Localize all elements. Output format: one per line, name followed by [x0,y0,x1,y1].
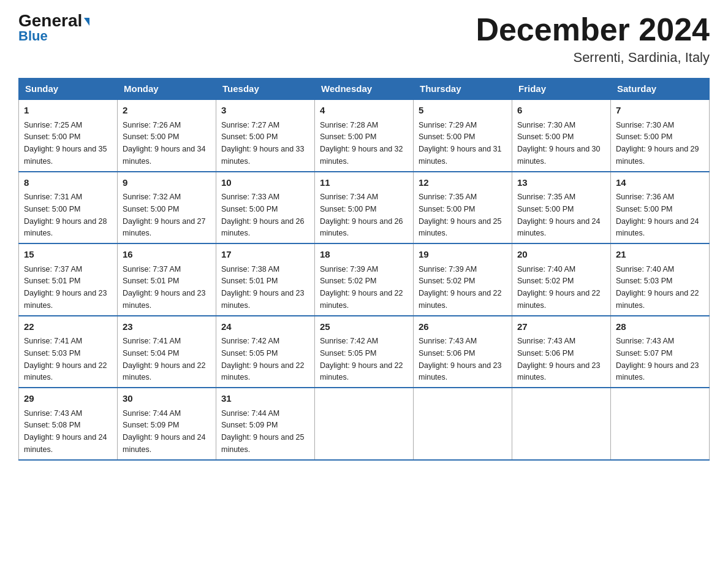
day-info: Sunrise: 7:41 AMSunset: 5:04 PMDaylight:… [123,337,206,381]
day-number: 16 [123,248,211,262]
table-row: 12 Sunrise: 7:35 AMSunset: 5:00 PMDaylig… [414,172,512,244]
month-title: December 2024 [476,12,710,47]
day-number: 13 [517,176,605,190]
day-number: 28 [616,320,704,334]
table-row: 1 Sunrise: 7:25 AMSunset: 5:00 PMDayligh… [19,99,118,172]
header-tuesday: Tuesday [216,79,315,100]
day-number: 19 [419,248,507,262]
table-row: 13 Sunrise: 7:35 AMSunset: 5:00 PMDaylig… [512,172,611,244]
calendar-header-row: Sunday Monday Tuesday Wednesday Thursday… [19,79,710,100]
calendar-week-row: 1 Sunrise: 7:25 AMSunset: 5:00 PMDayligh… [19,99,710,172]
table-row: 30 Sunrise: 7:44 AMSunset: 5:09 PMDaylig… [118,388,216,460]
day-info: Sunrise: 7:34 AMSunset: 5:00 PMDaylight:… [320,193,403,237]
day-number: 23 [123,320,211,334]
day-number: 27 [517,320,605,334]
day-number: 29 [24,392,112,406]
header-wednesday: Wednesday [315,79,414,100]
day-info: Sunrise: 7:43 AMSunset: 5:06 PMDaylight:… [517,337,601,381]
day-info: Sunrise: 7:35 AMSunset: 5:00 PMDaylight:… [419,193,502,237]
table-row: 17 Sunrise: 7:38 AMSunset: 5:01 PMDaylig… [216,243,315,316]
day-number: 2 [123,104,211,118]
day-number: 12 [419,176,507,190]
day-info: Sunrise: 7:28 AMSunset: 5:00 PMDaylight:… [320,121,403,166]
day-number: 31 [221,392,309,406]
day-number: 6 [517,104,605,118]
day-number: 25 [320,320,408,334]
day-number: 1 [24,104,112,118]
day-info: Sunrise: 7:38 AMSunset: 5:01 PMDaylight:… [221,265,305,310]
day-info: Sunrise: 7:32 AMSunset: 5:00 PMDaylight:… [123,193,206,237]
day-info: Sunrise: 7:41 AMSunset: 5:03 PMDaylight:… [24,337,107,381]
day-info: Sunrise: 7:33 AMSunset: 5:00 PMDaylight:… [221,193,305,237]
location: Serrenti, Sardinia, Italy [476,50,710,66]
header-thursday: Thursday [414,79,512,100]
table-row: 3 Sunrise: 7:27 AMSunset: 5:00 PMDayligh… [216,99,315,172]
day-info: Sunrise: 7:36 AMSunset: 5:00 PMDaylight:… [616,193,699,237]
table-row: 10 Sunrise: 7:33 AMSunset: 5:00 PMDaylig… [216,172,315,244]
table-row [512,388,611,460]
day-number: 30 [123,392,211,406]
table-row: 15 Sunrise: 7:37 AMSunset: 5:01 PMDaylig… [19,243,118,316]
table-row: 2 Sunrise: 7:26 AMSunset: 5:00 PMDayligh… [118,99,216,172]
day-info: Sunrise: 7:44 AMSunset: 5:09 PMDaylight:… [221,409,305,454]
day-number: 17 [221,248,309,262]
day-number: 24 [221,320,309,334]
day-number: 5 [419,104,507,118]
table-row: 24 Sunrise: 7:42 AMSunset: 5:05 PMDaylig… [216,316,315,388]
table-row: 22 Sunrise: 7:41 AMSunset: 5:03 PMDaylig… [19,316,118,388]
table-row: 9 Sunrise: 7:32 AMSunset: 5:00 PMDayligh… [118,172,216,244]
day-number: 22 [24,320,112,334]
header-friday: Friday [512,79,611,100]
day-info: Sunrise: 7:39 AMSunset: 5:02 PMDaylight:… [419,265,502,310]
day-info: Sunrise: 7:30 AMSunset: 5:00 PMDaylight:… [517,121,601,166]
day-info: Sunrise: 7:43 AMSunset: 5:08 PMDaylight:… [24,409,107,454]
day-info: Sunrise: 7:37 AMSunset: 5:01 PMDaylight:… [24,265,107,310]
day-info: Sunrise: 7:43 AMSunset: 5:06 PMDaylight:… [419,337,502,381]
day-info: Sunrise: 7:29 AMSunset: 5:00 PMDaylight:… [419,121,502,166]
header-saturday: Saturday [611,79,710,100]
calendar-week-row: 15 Sunrise: 7:37 AMSunset: 5:01 PMDaylig… [19,243,710,316]
table-row: 11 Sunrise: 7:34 AMSunset: 5:00 PMDaylig… [315,172,414,244]
table-row: 8 Sunrise: 7:31 AMSunset: 5:00 PMDayligh… [19,172,118,244]
calendar-week-row: 22 Sunrise: 7:41 AMSunset: 5:03 PMDaylig… [19,316,710,388]
calendar-table: Sunday Monday Tuesday Wednesday Thursday… [18,78,710,461]
table-row: 23 Sunrise: 7:41 AMSunset: 5:04 PMDaylig… [118,316,216,388]
day-number: 15 [24,248,112,262]
table-row: 29 Sunrise: 7:43 AMSunset: 5:08 PMDaylig… [19,388,118,460]
logo-general: General [18,12,89,29]
table-row: 4 Sunrise: 7:28 AMSunset: 5:00 PMDayligh… [315,99,414,172]
table-row: 28 Sunrise: 7:43 AMSunset: 5:07 PMDaylig… [611,316,710,388]
table-row: 5 Sunrise: 7:29 AMSunset: 5:00 PMDayligh… [414,99,512,172]
day-info: Sunrise: 7:42 AMSunset: 5:05 PMDaylight:… [320,337,403,381]
day-number: 3 [221,104,309,118]
table-row: 20 Sunrise: 7:40 AMSunset: 5:02 PMDaylig… [512,243,611,316]
header-sunday: Sunday [19,79,118,100]
day-info: Sunrise: 7:44 AMSunset: 5:09 PMDaylight:… [123,409,206,454]
day-number: 10 [221,176,309,190]
table-row [315,388,414,460]
table-row: 19 Sunrise: 7:39 AMSunset: 5:02 PMDaylig… [414,243,512,316]
day-number: 26 [419,320,507,334]
header-monday: Monday [118,79,216,100]
calendar-week-row: 8 Sunrise: 7:31 AMSunset: 5:00 PMDayligh… [19,172,710,244]
table-row: 21 Sunrise: 7:40 AMSunset: 5:03 PMDaylig… [611,243,710,316]
day-info: Sunrise: 7:30 AMSunset: 5:00 PMDaylight:… [616,121,699,166]
day-info: Sunrise: 7:40 AMSunset: 5:03 PMDaylight:… [616,265,699,310]
day-info: Sunrise: 7:25 AMSunset: 5:00 PMDaylight:… [24,121,107,166]
day-info: Sunrise: 7:40 AMSunset: 5:02 PMDaylight:… [517,265,601,310]
table-row: 18 Sunrise: 7:39 AMSunset: 5:02 PMDaylig… [315,243,414,316]
table-row [414,388,512,460]
logo: General Blue [18,12,89,43]
day-number: 14 [616,176,704,190]
table-row: 16 Sunrise: 7:37 AMSunset: 5:01 PMDaylig… [118,243,216,316]
day-number: 8 [24,176,112,190]
day-number: 20 [517,248,605,262]
day-number: 7 [616,104,704,118]
day-info: Sunrise: 7:26 AMSunset: 5:00 PMDaylight:… [123,121,206,166]
calendar-week-row: 29 Sunrise: 7:43 AMSunset: 5:08 PMDaylig… [19,388,710,460]
page-header: General Blue December 2024 Serrenti, Sar… [18,12,710,66]
table-row: 27 Sunrise: 7:43 AMSunset: 5:06 PMDaylig… [512,316,611,388]
day-number: 9 [123,176,211,190]
day-info: Sunrise: 7:39 AMSunset: 5:02 PMDaylight:… [320,265,403,310]
day-info: Sunrise: 7:42 AMSunset: 5:05 PMDaylight:… [221,337,305,381]
